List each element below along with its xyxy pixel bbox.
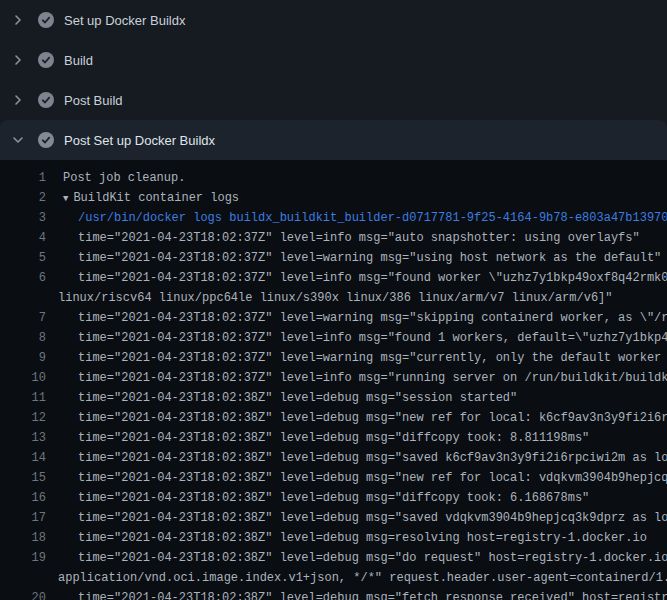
log-line-text: time="2021-04-23T18:02:37Z" level=info m…	[46, 368, 667, 388]
log-line: linux/riscv64 linux/ppc64le linux/s390x …	[0, 288, 667, 308]
log-line-text: time="2021-04-23T18:02:37Z" level=info m…	[46, 228, 640, 248]
log-line-text: time="2021-04-23T18:02:37Z" level=info m…	[46, 328, 667, 348]
step-label: Build	[64, 53, 93, 68]
success-check-icon	[38, 92, 54, 108]
log-line: 9 time="2021-04-23T18:02:37Z" level=warn…	[0, 348, 667, 368]
log-line-text: time="2021-04-23T18:02:38Z" level=debug …	[46, 588, 667, 600]
step-label: Set up Docker Buildx	[64, 13, 185, 28]
chevron-down-icon	[10, 132, 26, 148]
line-number[interactable]: 15	[0, 468, 46, 488]
log-line-text: time="2021-04-23T18:02:38Z" level=debug …	[46, 528, 647, 548]
log-line: 18 time="2021-04-23T18:02:38Z" level=deb…	[0, 528, 667, 548]
log-line: 7 time="2021-04-23T18:02:37Z" level=warn…	[0, 308, 667, 328]
log-line-text: time="2021-04-23T18:02:37Z" level=warnin…	[46, 348, 667, 368]
line-number[interactable]: 19	[0, 548, 46, 568]
log-line: 10 time="2021-04-23T18:02:37Z" level=inf…	[0, 368, 667, 388]
line-number[interactable]: 18	[0, 528, 46, 548]
step-list: Set up Docker Buildx Build Post Build Po…	[0, 0, 667, 160]
log-line: 6 time="2021-04-23T18:02:37Z" level=info…	[0, 268, 667, 288]
collapse-triangle-icon[interactable]: ▼	[63, 189, 68, 208]
log-line: 2 ▼BuildKit container logs	[0, 188, 667, 208]
log-line: application/vnd.oci.image.index.v1+json,…	[0, 568, 667, 588]
step-row-post-setup-docker-buildx[interactable]: Post Set up Docker Buildx	[0, 120, 667, 160]
log-line: 16 time="2021-04-23T18:02:38Z" level=deb…	[0, 488, 667, 508]
success-check-icon	[38, 132, 54, 148]
line-number[interactable]: 13	[0, 428, 46, 448]
line-number	[0, 288, 46, 308]
log-line: 3 /usr/bin/docker logs buildx_buildkit_b…	[0, 208, 667, 228]
line-number[interactable]: 2	[0, 188, 46, 208]
log-line-text: time="2021-04-23T18:02:38Z" level=debug …	[46, 468, 667, 488]
line-number[interactable]: 10	[0, 368, 46, 388]
log-line: 14 time="2021-04-23T18:02:38Z" level=deb…	[0, 448, 667, 468]
line-number[interactable]: 1	[0, 168, 46, 188]
log-line: 5 time="2021-04-23T18:02:37Z" level=warn…	[0, 248, 667, 268]
log-line: 4 time="2021-04-23T18:02:37Z" level=info…	[0, 228, 667, 248]
log-line-text: time="2021-04-23T18:02:38Z" level=debug …	[46, 548, 667, 568]
log-line-text: /usr/bin/docker logs buildx_buildkit_bui…	[46, 208, 667, 228]
log-line-text: time="2021-04-23T18:02:38Z" level=debug …	[46, 508, 667, 528]
step-row-build[interactable]: Build	[0, 40, 667, 80]
line-number[interactable]: 20	[0, 588, 46, 600]
log-viewer: 1 Post job cleanup. 2 ▼BuildKit containe…	[0, 160, 667, 600]
success-check-icon	[38, 52, 54, 68]
line-number[interactable]: 4	[0, 228, 46, 248]
log-line: 11 time="2021-04-23T18:02:38Z" level=deb…	[0, 388, 667, 408]
line-number[interactable]: 14	[0, 448, 46, 468]
log-line-text: time="2021-04-23T18:02:37Z" level=warnin…	[46, 248, 661, 268]
line-number[interactable]: 17	[0, 508, 46, 528]
log-line-text: time="2021-04-23T18:02:38Z" level=debug …	[46, 428, 589, 448]
line-number[interactable]: 9	[0, 348, 46, 368]
line-number[interactable]: 3	[0, 208, 46, 228]
log-line-text: time="2021-04-23T18:02:38Z" level=debug …	[46, 488, 589, 508]
chevron-right-icon	[10, 52, 26, 68]
log-group-toggle[interactable]: ▼BuildKit container logs	[46, 188, 239, 208]
step-row-post-build[interactable]: Post Build	[0, 80, 667, 120]
log-line-text: time="2021-04-23T18:02:37Z" level=info m…	[46, 268, 667, 288]
log-line-text: application/vnd.oci.image.index.v1+json,…	[46, 568, 667, 588]
log-line: 8 time="2021-04-23T18:02:37Z" level=info…	[0, 328, 667, 348]
line-number[interactable]: 16	[0, 488, 46, 508]
log-line: 15 time="2021-04-23T18:02:38Z" level=deb…	[0, 468, 667, 488]
step-row-setup-docker-buildx[interactable]: Set up Docker Buildx	[0, 0, 667, 40]
log-line-text: time="2021-04-23T18:02:38Z" level=debug …	[46, 388, 517, 408]
line-number[interactable]: 11	[0, 388, 46, 408]
chevron-right-icon	[10, 92, 26, 108]
line-number[interactable]: 5	[0, 248, 46, 268]
log-line: 20 time="2021-04-23T18:02:38Z" level=deb…	[0, 588, 667, 600]
line-number[interactable]: 8	[0, 328, 46, 348]
log-line: 13 time="2021-04-23T18:02:38Z" level=deb…	[0, 428, 667, 448]
log-line-text: time="2021-04-23T18:02:37Z" level=warnin…	[46, 308, 667, 328]
step-label: Post Set up Docker Buildx	[64, 133, 215, 148]
line-number	[0, 568, 46, 588]
log-line-text: time="2021-04-23T18:02:38Z" level=debug …	[46, 448, 667, 468]
success-check-icon	[38, 12, 54, 28]
step-label: Post Build	[64, 93, 123, 108]
log-line: 12 time="2021-04-23T18:02:38Z" level=deb…	[0, 408, 667, 428]
log-line: 19 time="2021-04-23T18:02:38Z" level=deb…	[0, 548, 667, 568]
line-number[interactable]: 7	[0, 308, 46, 328]
log-line-text: linux/riscv64 linux/ppc64le linux/s390x …	[46, 288, 613, 308]
log-line: 1 Post job cleanup.	[0, 168, 667, 188]
log-line-text: Post job cleanup.	[46, 168, 185, 188]
chevron-right-icon	[10, 12, 26, 28]
line-number[interactable]: 12	[0, 408, 46, 428]
log-line-text: time="2021-04-23T18:02:38Z" level=debug …	[46, 408, 667, 428]
line-number[interactable]: 6	[0, 268, 46, 288]
log-line: 17 time="2021-04-23T18:02:38Z" level=deb…	[0, 508, 667, 528]
